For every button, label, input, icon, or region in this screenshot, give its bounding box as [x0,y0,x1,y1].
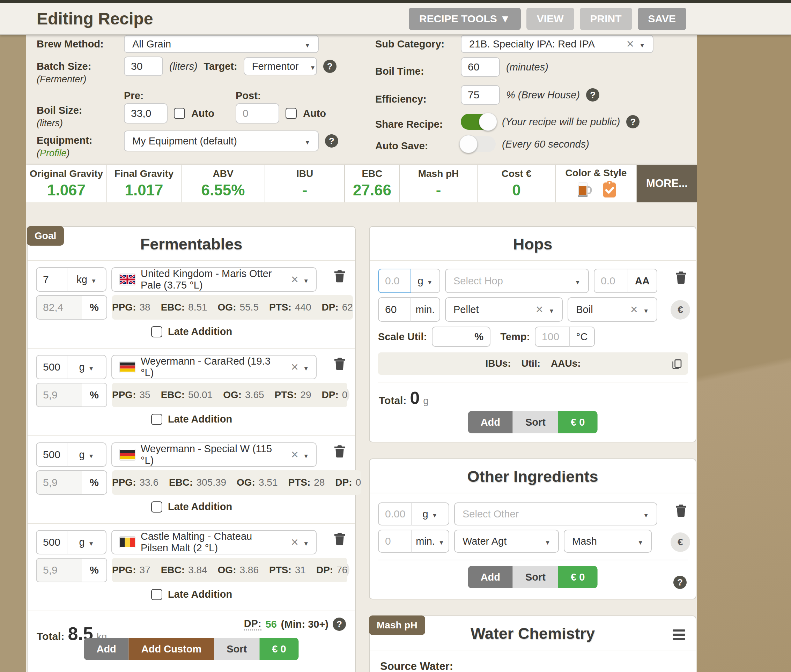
other-use-select[interactable]: Mash [564,530,652,553]
efficiency-input[interactable] [461,85,500,105]
amount-input[interactable] [36,442,67,467]
amount-input[interactable] [36,530,67,554]
sort-fermentables-button[interactable]: Sort [214,638,259,660]
fermentable-select[interactable]: Weyermann - Special W (115 °L) [111,442,317,467]
unit-select[interactable]: g [67,442,106,467]
temp-input[interactable] [535,326,570,347]
goal-tag[interactable]: Goal [27,226,64,246]
post-auto-label: Auto [303,108,326,119]
copy-icon[interactable] [671,358,682,373]
auto-save-toggle[interactable] [461,136,496,152]
help-icon[interactable] [673,576,687,589]
fermentables-panel: Goal Fermentables kg [27,226,356,672]
hop-type-select[interactable]: Pellet [445,297,563,322]
delete-icon[interactable] [674,502,688,520]
target-select[interactable]: Fermentor [244,57,317,75]
fermentable-select[interactable]: Castle Malting - Chateau Pilsen Malt (2 … [111,530,317,554]
percent-input[interactable] [36,383,82,407]
hop-use-select[interactable]: Boil [568,297,657,322]
other-time-unit-select[interactable]: min. [412,530,449,553]
scale-util-input[interactable] [432,326,468,347]
post-auto-checkbox[interactable] [286,108,297,119]
delete-icon[interactable] [333,355,347,373]
percent-input[interactable] [36,558,82,582]
delete-icon[interactable] [333,443,347,461]
stat-ebc: EBC 27.66 [345,165,400,202]
late-addition-checkbox[interactable] [151,326,162,338]
save-button[interactable]: SAVE [638,8,686,30]
clear-icon[interactable] [291,273,298,286]
alpha-acid-input[interactable] [594,269,628,293]
clear-icon[interactable] [291,448,298,461]
delete-icon[interactable] [333,268,347,285]
hop-unit-select[interactable]: g [411,269,440,293]
batch-size-input[interactable] [124,56,163,76]
delete-icon[interactable] [674,269,688,287]
add-hop-button[interactable]: Add [468,411,513,434]
fermentable-select[interactable]: Weyermann - CaraRed (19.3 °L) [111,355,317,379]
other-time-input[interactable] [378,530,412,553]
hops-cost-button[interactable]: € 0 [558,411,597,434]
add-fermentable-button[interactable]: Add [84,638,128,660]
profile-link[interactable]: Profile [40,148,67,158]
style-clipboard-icon[interactable] [602,181,617,200]
other-cost-button[interactable]: € 0 [558,566,597,588]
fermentable-info: PPG:38 EBC:8.51 OG:55.5 PTS:440 DP:62 [112,295,353,320]
chevron-down-icon [303,537,309,548]
help-icon[interactable] [333,618,346,631]
unit-select[interactable]: g [67,355,106,379]
help-icon[interactable] [325,134,338,147]
recipe-tools-button[interactable]: RECIPE TOOLS ▼ [409,8,521,30]
add-other-button[interactable]: Add [468,566,513,588]
unit-select[interactable]: kg [67,267,106,292]
auto-save-label: Auto Save: [375,140,428,152]
boil-time-input[interactable] [461,57,500,77]
add-custom-fermentable-button[interactable]: Add Custom [129,638,214,660]
equipment-select[interactable]: My Equipment (default) [124,131,319,151]
sort-hops-button[interactable]: Sort [513,411,558,434]
clear-icon[interactable] [536,303,543,316]
help-icon[interactable] [323,60,337,73]
post-boil-size-input[interactable] [236,103,279,123]
late-addition-checkbox[interactable] [151,414,162,425]
percent-input[interactable] [36,470,82,495]
cost-icon[interactable] [671,533,690,552]
fermentables-cost-button[interactable]: € 0 [259,638,298,660]
amount-input[interactable] [36,267,67,292]
other-amount-input[interactable] [378,502,412,525]
sub-category-select[interactable]: 21B. Specialty IPA: Red IPA [461,35,653,53]
page-header: Editing Recipe RECIPE TOOLS ▼ VIEW PRINT… [0,3,791,35]
fermentable-select[interactable]: United Kingdom - Maris Otter Pale (3.75 … [111,267,317,292]
amount-input[interactable] [36,355,67,379]
help-icon[interactable] [626,115,640,128]
brew-method-select[interactable]: All Grain [124,35,319,53]
menu-icon[interactable] [673,629,685,640]
other-type-select[interactable]: Water Agt [454,530,559,553]
pre-auto-checkbox[interactable] [174,108,185,119]
pre-boil-size-input[interactable] [124,103,168,123]
clear-icon[interactable] [291,361,298,374]
late-addition-checkbox[interactable] [151,501,162,512]
mash-ph-tag[interactable]: Mash pH [369,616,425,635]
hop-time-input[interactable] [378,297,411,322]
percent-input[interactable] [36,295,82,320]
print-button[interactable]: PRINT [580,8,632,30]
more-stats-button[interactable]: MORE... [637,165,697,202]
clear-icon[interactable] [291,536,298,549]
delete-icon[interactable] [333,531,347,548]
hop-select[interactable]: Select Hop [445,269,589,293]
other-buttons: Add Sort € 0 [370,560,696,599]
clear-icon[interactable] [630,303,637,316]
cost-icon[interactable] [671,300,690,320]
other-unit-select[interactable]: g [412,502,449,525]
clear-icon[interactable] [626,38,634,51]
hop-amount-input[interactable] [378,269,411,293]
help-icon[interactable] [586,88,599,102]
sort-other-button[interactable]: Sort [513,566,558,588]
late-addition-checkbox[interactable] [151,589,162,600]
beer-mug-icon[interactable] [576,181,592,200]
view-button[interactable]: VIEW [526,8,574,30]
share-recipe-toggle[interactable] [461,114,496,130]
unit-select[interactable]: g [67,530,106,554]
other-select[interactable]: Select Other [454,502,657,525]
